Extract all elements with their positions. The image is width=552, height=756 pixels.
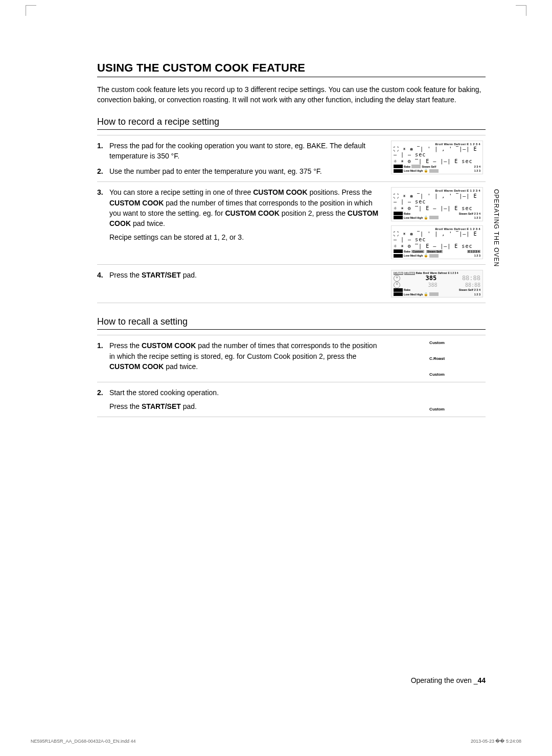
crop-mark-icon: [26, 5, 36, 16]
oven-display-active-icon: C.Bake C.Roast Bake Broil Warm Defrost E…: [391, 270, 483, 297]
intro-paragraph: The custom cook feature lets you record …: [97, 84, 486, 105]
sub-rule: [97, 329, 486, 330]
step-number: 4.: [97, 270, 106, 280]
panel-label: C.Roast: [429, 356, 445, 361]
step-number: 1.: [97, 141, 106, 151]
sub-rule: [97, 129, 486, 130]
panel-label: Custom: [429, 340, 445, 345]
title-rule: [97, 77, 486, 77]
print-meta: NE595R1ABSR_AA_DG68-00432A-03_EN.indd 44…: [31, 739, 521, 744]
step-text: Use the number pad to enter the temperat…: [109, 166, 381, 176]
step-text: Press the START/SET pad.: [109, 270, 381, 280]
panel-label: Custom: [429, 372, 445, 377]
step-line: Start the stored cooking operation.: [109, 387, 381, 398]
panel-label: Custom: [429, 407, 445, 411]
side-tab: OPERATING THE OVEN: [493, 189, 500, 267]
step-number: 2.: [97, 387, 106, 398]
step-number: 2.: [97, 166, 106, 176]
record-heading: How to record a recipe setting: [97, 117, 486, 127]
record-step-row-4: 4. Press the START/SET pad. C.Bake C.Roa…: [97, 264, 486, 303]
print-time: 2013-05-23 �� 5:24:08: [471, 739, 521, 744]
page-footer: Operating the oven _44: [411, 676, 486, 684]
step-text: Press the CUSTOM COOK pad the number of …: [109, 340, 381, 372]
section-title: USING THE CUSTOM COOK FEATURE: [97, 61, 486, 75]
oven-display-icon: Broil Warm Defrost E 1 2 3 4 ⛶ ☀ ❅ ⎺| ' …: [391, 141, 483, 174]
step-text: You can store a recipe setting in one of…: [109, 187, 381, 228]
recall-step-row-1: 1. Press the CUSTOM COOK pad the number …: [97, 335, 486, 382]
step-number: 1.: [97, 340, 106, 351]
recall-step-row-2: 2. Start the stored cooking operation. P…: [97, 382, 486, 417]
step-text: Press the pad for the cooking operation …: [109, 141, 381, 162]
oven-display-icon: Broil Warm Defrost E 1 2 3 4 ⛶ ☀ ❅ ⎺| ' …: [391, 187, 483, 221]
crop-mark-icon: [516, 5, 526, 16]
step-number: 3.: [97, 187, 106, 197]
step-text: Press the START/SET pad.: [109, 401, 381, 411]
step-extra: Recipe settings can be stored at 1, 2, o…: [109, 232, 381, 242]
record-step-row-3: 3. You can store a recipe setting in one…: [97, 181, 486, 264]
oven-display-icon: Broil Warm Defrost E 1 2 3 4 ⛶ ☀ ❅ ⎺| ' …: [391, 225, 483, 259]
footer-label: Operating the oven _: [411, 676, 478, 684]
page-number: 44: [477, 676, 486, 684]
recall-heading: How to recall a setting: [97, 316, 486, 327]
record-step-row-1-2: 1. Press the pad for the cooking operati…: [97, 135, 486, 182]
print-file: NE595R1ABSR_AA_DG68-00432A-03_EN.indd 44: [31, 739, 136, 744]
